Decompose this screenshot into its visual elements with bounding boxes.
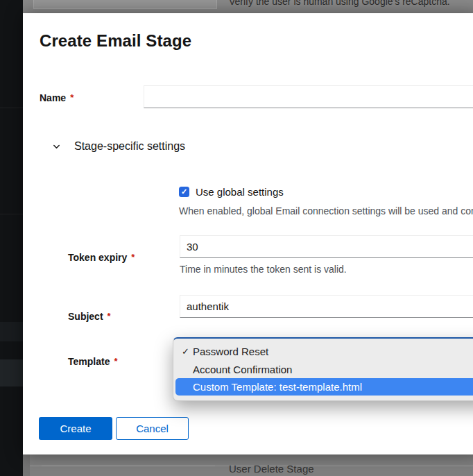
create-button[interactable]: Create bbox=[39, 417, 112, 440]
use-global-settings-label[interactable]: Use global settings bbox=[196, 186, 284, 198]
required-asterisk: * bbox=[114, 356, 117, 366]
subject-input[interactable] bbox=[180, 295, 473, 318]
modal-title: Create Email Stage bbox=[40, 31, 191, 51]
app-sidebar bbox=[0, 0, 23, 476]
token-expiry-label: Token expiry* bbox=[68, 252, 135, 263]
required-asterisk: * bbox=[70, 92, 74, 103]
template-select-dropdown: ✓ Password Reset Account Confirmation Cu… bbox=[173, 337, 473, 401]
token-expiry-input[interactable] bbox=[180, 235, 473, 258]
screen: Verify the user is human using Google's … bbox=[0, 0, 473, 476]
sidebar-divider bbox=[0, 214, 23, 214]
background-row-text: User Delete Stage bbox=[229, 463, 314, 475]
group-title: Stage-specific settings bbox=[74, 140, 185, 153]
dropdown-option-custom-template[interactable]: Custom Template: test-template.html bbox=[175, 378, 473, 396]
name-label: Name* bbox=[40, 92, 74, 103]
dropdown-option-account-confirmation[interactable]: Account Confirmation bbox=[173, 360, 473, 378]
stage-specific-settings-toggle[interactable]: Stage-specific settings bbox=[51, 139, 185, 154]
subject-label: Subject* bbox=[68, 311, 111, 322]
selected-checkmark-icon: ✓ bbox=[182, 346, 189, 357]
sidebar-item-shade bbox=[0, 322, 23, 341]
template-label: Template* bbox=[68, 356, 118, 367]
modal-backdrop-top: Verify the user is human using Google's … bbox=[23, 0, 473, 13]
name-input[interactable] bbox=[144, 85, 473, 108]
background-table-column-edge bbox=[23, 454, 30, 476]
token-expiry-help: Time in minutes the token sent is valid. bbox=[180, 264, 347, 275]
checkbox-checked[interactable]: ✓ bbox=[179, 187, 189, 197]
dropdown-option-password-reset[interactable]: ✓ Password Reset bbox=[173, 342, 473, 360]
modal-backdrop-bottom: User Delete Stage bbox=[23, 454, 473, 476]
use-global-settings-help: When enabled, global Email connection se… bbox=[179, 205, 473, 216]
chevron-down-icon[interactable] bbox=[51, 141, 62, 152]
background-recaptcha-text: Verify the user is human using Google's … bbox=[229, 0, 450, 7]
sidebar-item-shade bbox=[0, 359, 23, 386]
sidebar-divider bbox=[0, 108, 23, 108]
background-table-cell-border bbox=[42, 466, 215, 466]
use-global-settings-row: ✓ Use global settings bbox=[179, 186, 284, 198]
background-table-cell bbox=[33, 0, 217, 9]
cancel-button[interactable]: Cancel bbox=[116, 417, 189, 440]
required-asterisk: * bbox=[131, 252, 135, 262]
required-asterisk: * bbox=[108, 311, 111, 321]
checkmark-icon: ✓ bbox=[181, 188, 187, 196]
